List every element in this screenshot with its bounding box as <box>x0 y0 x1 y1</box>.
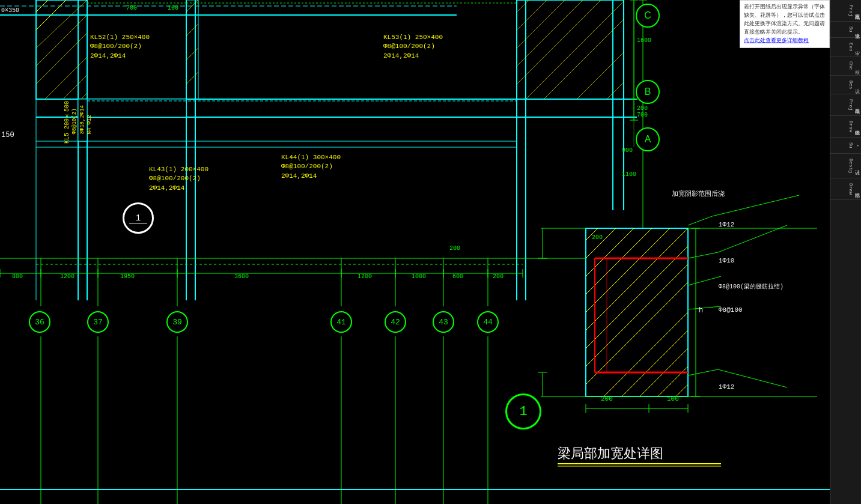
svg-line-47 <box>517 0 529 12</box>
kl5-rebar: Φ8@10(2)3Φ18,2Φ14N4 Φ12 <box>71 105 94 135</box>
dim-600: 600 <box>452 273 463 280</box>
dim-200-r: 200700 <box>637 105 648 118</box>
sidebar-proj2[interactable]: 工程概Proj <box>830 94 861 116</box>
detail-title: 梁局部加宽处详图 <box>558 445 663 463</box>
sidebar-drawname[interactable]: 图纸名Draw <box>830 116 861 138</box>
col-b: B <box>636 80 660 104</box>
annotation-1phi12-bot: 1Φ12 <box>719 383 734 390</box>
svg-line-105 <box>718 225 787 252</box>
svg-line-48 <box>517 0 547 30</box>
svg-line-53 <box>544 19 624 99</box>
sidebar-review[interactable]: 审Exo <box>830 38 861 56</box>
grid-44: 44 <box>477 311 499 333</box>
svg-line-107 <box>688 306 721 309</box>
dim-1600: 1600 <box>637 37 651 44</box>
dim-700: 700 <box>126 5 137 11</box>
dim-900: 900 <box>622 147 633 154</box>
svg-line-49 <box>517 0 565 48</box>
kl53-label: KL53(1) 250×400Φ8@100/200(2)2Φ14,2Φ14 <box>383 33 443 61</box>
dim-3600: 3600 <box>234 273 249 280</box>
grid-39: 39 <box>166 311 188 333</box>
annotation-1phi10: 1Φ10 <box>719 257 734 264</box>
dim-1200-b: 1200 <box>60 273 75 280</box>
dim-200-r2: 200 <box>592 234 603 241</box>
svg-line-40 <box>81 93 87 99</box>
detail-dim-100: 100 <box>667 395 679 402</box>
notification-text: 若打开图纸后出现显示异常（字体缺失、花屏等），您可以尝试点击此处更换字体渲染方式… <box>744 4 825 35</box>
notification-popup: 若打开图纸后出现显示异常（字体缺失、花屏等），您可以尝试点击此处更换字体渲染方式… <box>740 0 830 48</box>
sidebar-design2[interactable]: 设计Desig <box>830 154 861 178</box>
h-label: h <box>699 306 703 315</box>
notification-link[interactable]: 点击此处查看更多详细教程 <box>744 38 809 44</box>
detail-dim-200: 200 <box>601 395 613 402</box>
svg-line-52 <box>526 1 624 99</box>
col-a: A <box>636 127 660 151</box>
svg-line-102 <box>688 216 712 225</box>
sidebar-draw2[interactable]: 图纸Draw <box>830 178 861 200</box>
sidebar-su[interactable]: *Su <box>830 138 861 154</box>
dim-150: 150 <box>1 131 14 139</box>
grid-43: 43 <box>433 311 454 333</box>
dim-1000: 1000 <box>412 273 426 280</box>
svg-line-103 <box>712 195 799 216</box>
grid-42: 42 <box>385 311 406 333</box>
svg-rect-46 <box>517 0 624 99</box>
dim-1950: 1950 <box>120 273 135 280</box>
svg-line-108 <box>688 369 718 375</box>
svg-line-55 <box>607 82 624 99</box>
sidebar-design[interactable]: 设Des <box>830 76 861 94</box>
detail-circle-1: 1 <box>505 393 541 430</box>
dim-1100-r: 1100 <box>622 171 636 178</box>
svg-line-104 <box>688 252 718 258</box>
dim-800: 800 <box>12 273 23 280</box>
sidebar-proj[interactable]: 工程概况Proj <box>830 0 861 22</box>
svg-rect-77 <box>586 228 688 396</box>
svg-line-50 <box>517 0 583 66</box>
annotation-phi8-100: Φ8@100 <box>719 306 743 314</box>
sidebar-specialty[interactable]: 专业说Su <box>830 22 861 38</box>
kl5-label: KL5 200×500 <box>63 101 71 144</box>
annotation-1phi12-top: 1Φ12 <box>719 221 734 228</box>
svg-line-45 <box>186 72 198 84</box>
dim-100: 100 <box>168 5 178 11</box>
grid-37: 37 <box>87 311 109 333</box>
annotation-phi8-waist: Φ8@100(梁的腰筋拉结) <box>719 282 783 291</box>
section-marker-1: 1 <box>123 203 153 233</box>
dim-200-m: 200 <box>449 245 460 252</box>
dim-200-b: 200 <box>493 273 504 280</box>
grid-41: 41 <box>330 311 352 333</box>
svg-line-38 <box>45 57 87 99</box>
sidebar: 工程概况Proj 专业说Su 审Exo 核Che 设Des 工程概Proj 图纸… <box>830 0 861 504</box>
svg-rect-56 <box>87 99 186 117</box>
sidebar-check[interactable]: 核Che <box>830 56 861 75</box>
dim-1200-b2: 1200 <box>357 273 372 280</box>
cad-drawing: KL52(1) 250×400Φ8@100/200(2)2Φ14,2Φ14 KL… <box>0 0 830 504</box>
svg-line-43 <box>186 24 198 36</box>
annotation-widen: 加宽阴影范围后浇 <box>672 189 725 198</box>
svg-line-51 <box>517 0 601 84</box>
left-dim-label: 0×350 <box>1 7 19 14</box>
col-c: C <box>636 4 660 28</box>
svg-line-106 <box>688 276 721 285</box>
kl44-label: KL44(1) 300×400Φ8@100/200(2)2Φ14,2Φ14 <box>281 153 341 181</box>
kl43-label: KL43(1) 200×400Φ8@100/200(2)2Φ14,2Φ14 <box>149 165 208 193</box>
svg-line-44 <box>186 48 198 60</box>
svg-line-39 <box>63 75 87 99</box>
kl52-label: KL52(1) 250×400Φ8@100/200(2)2Φ14,2Φ14 <box>90 33 150 61</box>
grid-36: 36 <box>29 311 50 333</box>
